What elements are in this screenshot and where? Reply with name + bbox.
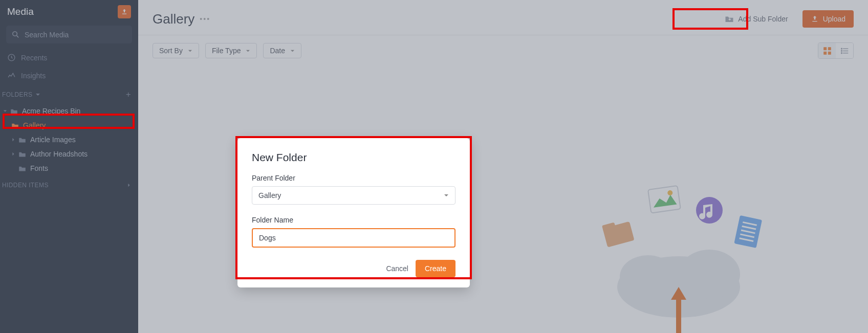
parent-folder-select[interactable]: Gallery (252, 186, 455, 205)
modal-title: New Folder (252, 151, 455, 164)
folder-name-input[interactable] (252, 228, 455, 248)
cancel-button[interactable]: Cancel (386, 264, 408, 273)
chevron-down-icon (444, 193, 449, 198)
parent-folder-label: Parent Folder (252, 174, 455, 182)
new-folder-modal: New Folder Parent Folder Gallery Folder … (237, 138, 470, 287)
folder-name-label: Folder Name (252, 216, 455, 224)
parent-folder-value: Gallery (258, 191, 281, 199)
create-button[interactable]: Create (416, 260, 455, 277)
